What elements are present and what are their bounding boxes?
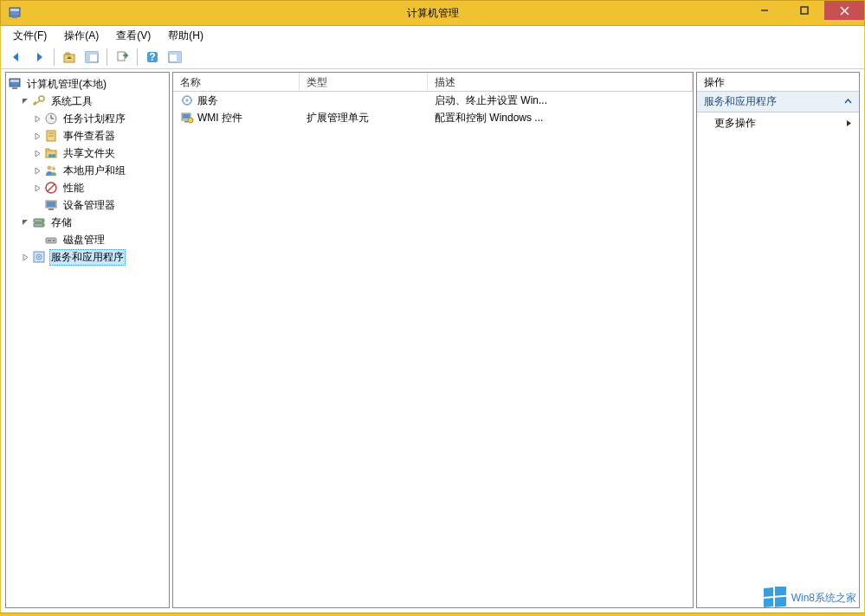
menu-file[interactable]: 文件(F)	[6, 27, 54, 45]
list-body: 服务 启动、终止并设置 Win... WMI 控件 扩展管理单元 配置和控制 W…	[173, 92, 693, 607]
svg-line-21	[37, 100, 40, 103]
svg-rect-37	[48, 209, 54, 210]
performance-icon	[44, 181, 58, 195]
tree-label: 性能	[61, 180, 86, 196]
clock-icon	[44, 112, 58, 125]
storage-icon	[32, 215, 46, 229]
action-section-label: 服务和应用程序	[704, 94, 777, 109]
expand-icon[interactable]	[32, 131, 42, 141]
tree-system-tools[interactable]: 系统工具	[8, 93, 167, 110]
menu-action[interactable]: 操作(A)	[57, 27, 106, 45]
tree-performance[interactable]: 性能	[8, 179, 167, 196]
tools-icon	[32, 94, 46, 108]
action-pane-title: 操作	[697, 73, 859, 92]
users-icon	[44, 164, 58, 177]
expand-icon[interactable]	[32, 113, 42, 124]
action-more[interactable]: 更多操作	[697, 112, 859, 134]
tree-label: 磁盘管理	[61, 232, 107, 248]
toolbar-separator	[137, 48, 138, 66]
app-icon	[8, 6, 22, 20]
svg-rect-10	[90, 52, 98, 55]
tree-label: 本地用户和组	[61, 163, 127, 179]
svg-point-41	[42, 224, 43, 226]
action-pane: 操作 服务和应用程序 更多操作	[696, 72, 860, 608]
forward-button[interactable]	[29, 47, 49, 67]
tree-label: 共享文件夹	[61, 145, 117, 162]
up-button[interactable]	[59, 47, 80, 67]
list-item-wmi[interactable]: WMI 控件 扩展管理单元 配置和控制 Windows ...	[173, 109, 693, 126]
properties-button[interactable]	[165, 47, 185, 67]
svg-rect-19	[12, 87, 17, 89]
tree-services-apps[interactable]: 服务和应用程序	[8, 248, 167, 266]
svg-line-5	[841, 7, 849, 15]
window-title: 计算机管理	[407, 6, 459, 21]
expand-icon[interactable]	[32, 148, 42, 158]
content-area: 计算机管理(本地) 系统工具 任务计划程序 事件查看器 共享文件夹	[0, 69, 865, 613]
column-name[interactable]: 名称	[173, 73, 300, 91]
svg-rect-16	[177, 55, 181, 62]
list-header: 名称 类型 描述	[173, 73, 693, 92]
cell-type: 扩展管理单元	[300, 111, 428, 125]
tree-disk-mgmt[interactable]: 磁盘管理	[8, 231, 167, 248]
column-desc[interactable]: 描述	[428, 73, 693, 91]
collapse-icon[interactable]	[20, 96, 30, 106]
close-button[interactable]	[824, 1, 864, 20]
shared-folder-icon	[44, 146, 58, 160]
tree-label: 任务计划程序	[61, 111, 127, 127]
expand-icon[interactable]	[20, 252, 30, 262]
tree-storage[interactable]: 存储	[8, 214, 167, 231]
export-button[interactable]	[112, 47, 132, 67]
collapse-icon[interactable]	[20, 217, 30, 228]
svg-rect-18	[10, 80, 19, 82]
svg-text:?: ?	[149, 51, 155, 63]
expand-icon[interactable]	[32, 183, 42, 193]
svg-rect-51	[183, 114, 190, 119]
window-bottom-border	[0, 613, 865, 616]
cell-desc: 启动、终止并设置 Win...	[428, 93, 693, 108]
cell-desc: 配置和控制 Windows ...	[428, 111, 693, 125]
svg-rect-2	[12, 17, 17, 18]
tree-shared-folders[interactable]: 共享文件夹	[8, 144, 167, 162]
svg-point-43	[53, 240, 55, 241]
tree-pane: 计算机管理(本地) 系统工具 任务计划程序 事件查看器 共享文件夹	[5, 72, 170, 608]
menu-help[interactable]: 帮助(H)	[161, 27, 210, 45]
collapse-arrow-icon	[844, 96, 852, 108]
expand-icon[interactable]	[32, 165, 42, 176]
svg-point-53	[188, 118, 193, 123]
svg-point-49	[186, 99, 189, 102]
spacer	[32, 234, 42, 245]
svg-point-30	[48, 154, 52, 157]
action-section[interactable]: 服务和应用程序	[697, 92, 859, 112]
tree-event-viewer[interactable]: 事件查看器	[8, 127, 167, 144]
svg-point-31	[48, 166, 52, 170]
menu-view[interactable]: 查看(V)	[109, 27, 158, 45]
maximize-button[interactable]	[784, 1, 824, 20]
toolbar-separator	[107, 48, 107, 66]
tree-label: 系统工具	[49, 93, 94, 110]
show-hide-tree-button[interactable]	[81, 47, 102, 67]
action-item-label: 更多操作	[714, 116, 756, 131]
column-type[interactable]: 类型	[300, 73, 428, 91]
svg-point-32	[52, 167, 55, 170]
tree-label: 存储	[49, 215, 74, 231]
computer-mgmt-icon	[8, 77, 22, 91]
cell-name: 服务	[197, 93, 218, 108]
minimize-button[interactable]	[745, 1, 784, 20]
svg-rect-11	[118, 52, 125, 61]
help-button[interactable]: ?	[142, 47, 163, 67]
gear-icon	[180, 93, 194, 107]
back-button[interactable]	[6, 47, 27, 67]
list-item-services[interactable]: 服务 启动、终止并设置 Win...	[173, 92, 693, 109]
tree-device-manager[interactable]: 设备管理器	[8, 196, 167, 214]
svg-line-6	[841, 7, 849, 15]
event-icon	[44, 129, 58, 143]
svg-point-29	[52, 154, 55, 157]
wmi-icon	[180, 111, 194, 125]
svg-rect-44	[48, 240, 51, 241]
tree-task-scheduler[interactable]: 任务计划程序	[8, 110, 167, 127]
tree-label: 计算机管理(本地)	[25, 76, 108, 93]
svg-rect-52	[184, 121, 188, 123]
toolbar-separator	[54, 48, 55, 66]
tree-root[interactable]: 计算机管理(本地)	[8, 75, 167, 93]
tree-local-users[interactable]: 本地用户和组	[8, 162, 167, 179]
